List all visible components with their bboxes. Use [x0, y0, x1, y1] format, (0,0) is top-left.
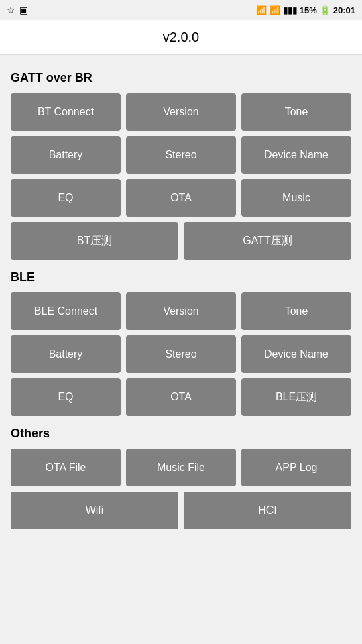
title-bar: v2.0.0	[0, 20, 362, 55]
others-section-label: Others	[11, 427, 351, 441]
eq-gatt-button[interactable]: EQ	[11, 179, 121, 217]
status-left-icons: ☆ ▣	[7, 5, 28, 15]
others-row-2: Wifi HCI	[11, 492, 351, 529]
tone-ble-button[interactable]: Tone	[241, 292, 351, 330]
music-gatt-button[interactable]: Music	[241, 179, 351, 217]
battery-percent: 15%	[300, 5, 317, 15]
time-display: 20:01	[333, 5, 355, 15]
battery-gatt-button[interactable]: Battery	[11, 136, 121, 174]
ble-row-1: BLE Connect Version Tone	[11, 292, 351, 330]
ota-file-button[interactable]: OTA File	[11, 449, 121, 486]
gatt-row-1: BT Connect Version Tone	[11, 93, 351, 131]
stereo-gatt-button[interactable]: Stereo	[126, 136, 236, 174]
version-ble-button[interactable]: Version	[126, 292, 236, 330]
ota-gatt-button[interactable]: OTA	[126, 179, 236, 217]
battery-icon: 🔋	[320, 5, 330, 15]
stereo-ble-button[interactable]: Stereo	[126, 335, 236, 373]
ble-section-label: BLE	[11, 270, 351, 284]
status-right-icons: 📶 📶 ▮▮▮ 15% 🔋 20:01	[256, 5, 355, 15]
device-name-ble-button[interactable]: Device Name	[241, 335, 351, 373]
status-bar: ☆ ▣ 📶 📶 ▮▮▮ 15% 🔋 20:01	[0, 0, 362, 20]
bt-connect-button[interactable]: BT Connect	[11, 93, 121, 131]
gatt-row-2: Battery Stereo Device Name	[11, 136, 351, 174]
gatt-section-label: GATT over BR	[11, 71, 351, 85]
eq-ble-button[interactable]: EQ	[11, 378, 121, 416]
ble-pressure-button[interactable]: BLE压测	[241, 378, 351, 416]
wifi-icon: 📶	[269, 5, 280, 15]
app-icon: ▣	[19, 5, 28, 15]
gatt-pressure-button[interactable]: GATT压测	[184, 222, 351, 260]
notification-icon: ☆	[7, 5, 15, 15]
ota-ble-button[interactable]: OTA	[126, 378, 236, 416]
battery-ble-button[interactable]: Battery	[11, 335, 121, 373]
app-title: v2.0.0	[163, 30, 199, 45]
ble-connect-button[interactable]: BLE Connect	[11, 292, 121, 330]
app-log-button[interactable]: APP Log	[241, 449, 351, 486]
ble-row-3: EQ OTA BLE压测	[11, 378, 351, 416]
ble-row-2: Battery Stereo Device Name	[11, 335, 351, 373]
hci-button[interactable]: HCI	[184, 492, 351, 529]
gatt-row-3: EQ OTA Music	[11, 179, 351, 217]
gatt-row-4: BT压测 GATT压测	[11, 222, 351, 260]
version-gatt-button[interactable]: Version	[126, 93, 236, 131]
signal-icon: ▮▮▮	[283, 5, 297, 15]
tone-gatt-button[interactable]: Tone	[241, 93, 351, 131]
others-row-1: OTA File Music File APP Log	[11, 449, 351, 486]
wifi-button[interactable]: Wifi	[11, 492, 178, 529]
device-name-gatt-button[interactable]: Device Name	[241, 136, 351, 174]
bluetooth-icon: 📶	[256, 5, 267, 15]
bt-pressure-button[interactable]: BT压测	[11, 222, 178, 260]
main-content: GATT over BR BT Connect Version Tone Bat…	[0, 55, 362, 548]
music-file-button[interactable]: Music File	[126, 449, 236, 486]
